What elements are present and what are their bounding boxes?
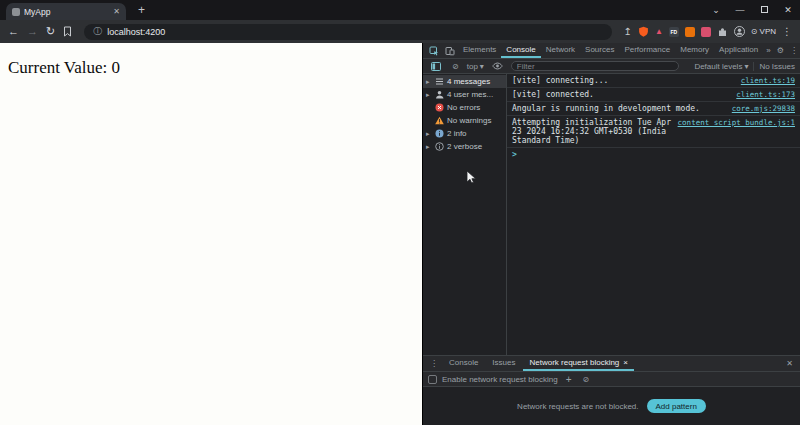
expand-arrow-icon[interactable]: ▸	[426, 130, 432, 138]
console-toolbar: ⊘ top ▾ Default levels ▾ No Issues	[423, 59, 800, 74]
console-message-source-link[interactable]: client.ts:19	[741, 76, 795, 85]
sidebar-item-all-messages[interactable]: ▸ 4 messages	[423, 75, 506, 88]
user-icon	[435, 90, 444, 99]
forward-button[interactable]: →	[27, 26, 38, 37]
no-errors-icon	[435, 103, 444, 112]
toolbar-separator	[753, 62, 754, 71]
devtools-drawer: ⋮ Console Issues Network request blockin…	[423, 355, 800, 425]
console-messages: [vite] connecting... client.ts:19 [vite]…	[507, 74, 800, 355]
console-message-text: [vite] connecting...	[512, 76, 735, 85]
browser-tab[interactable]: MyApp ✕	[6, 3, 126, 20]
drawer-tab-console[interactable]: Console	[443, 356, 484, 371]
brave-rewards-icon[interactable]: ▲	[655, 28, 663, 36]
console-message-row: [vite] connected. client.ts:173	[507, 88, 800, 102]
console-message-source-link[interactable]: client.ts:173	[736, 90, 795, 99]
new-tab-button[interactable]: +	[138, 3, 145, 17]
console-message-text: Angular is running in development mode.	[512, 104, 726, 113]
web-page: Current Value: 0	[0, 43, 422, 425]
tab-console[interactable]: Console	[501, 43, 540, 58]
tab-network[interactable]: Network	[541, 43, 580, 58]
main-area: Current Value: 0 Elements Console Networ…	[0, 43, 800, 425]
drawer-close-icon[interactable]: ✕	[783, 359, 796, 368]
console-message-source-link[interactable]: core.mjs:29838	[732, 104, 795, 113]
inspect-element-icon[interactable]	[426, 46, 442, 56]
sidebar-item-warnings[interactable]: No warnings	[423, 114, 506, 127]
expand-arrow-icon[interactable]: ▸	[426, 78, 432, 86]
window-controls: ⌄ — ✕	[704, 0, 800, 20]
maximize-icon	[761, 6, 768, 13]
info-icon	[435, 129, 444, 138]
back-button[interactable]: ←	[8, 26, 19, 37]
tab-close-icon[interactable]: ✕	[113, 7, 120, 16]
expand-arrow-icon[interactable]: ▸	[426, 143, 432, 151]
tab-elements[interactable]: Elements	[458, 43, 501, 58]
tab-title: MyApp	[24, 7, 109, 17]
vpn-button[interactable]: ⊙ VPN	[751, 27, 776, 36]
add-pattern-icon[interactable]: +	[563, 374, 575, 385]
close-window-button[interactable]: ✕	[776, 5, 800, 15]
address-bar[interactable]: ⓘ localhost:4200	[84, 24, 611, 40]
console-message-text: Attempting initialization Tue Apr 23 202…	[512, 118, 672, 145]
url-text: localhost:4200	[107, 27, 165, 37]
extension-pink-icon[interactable]	[701, 27, 711, 37]
chevron-down-icon: ▾	[480, 62, 484, 71]
context-selector[interactable]: top ▾	[467, 62, 484, 71]
share-icon[interactable]: ↥	[624, 27, 632, 37]
expand-arrow-icon[interactable]: ▸	[426, 91, 432, 99]
sidebar-item-user-messages[interactable]: ▸ 4 user mes...	[423, 88, 506, 101]
tab-application[interactable]: Application	[714, 43, 763, 58]
issues-counter[interactable]: No Issues	[759, 62, 795, 71]
remove-all-patterns-icon[interactable]: ⊘	[579, 375, 592, 384]
messages-icon	[435, 77, 444, 86]
add-pattern-button[interactable]: Add pattern	[647, 399, 706, 413]
profile-icon[interactable]	[734, 26, 745, 37]
drawer-tab-close-icon[interactable]: ×	[623, 358, 628, 367]
maximize-button[interactable]	[752, 5, 776, 15]
empty-state-text: Network requests are not blocked.	[517, 402, 638, 411]
browser-toolbar: ← → ↻ ⓘ localhost:4200 ↥ ▲ FD ⊙ VPN ⋮	[0, 20, 800, 43]
reload-button[interactable]: ↻	[46, 26, 55, 37]
extension-orange-icon[interactable]	[685, 27, 695, 37]
enable-network-request-blocking-checkbox[interactable]	[428, 375, 437, 384]
devtools-menu-icon[interactable]: ⋮	[787, 46, 800, 55]
console-message-source-link[interactable]: content_script_bundle.js:1	[678, 118, 795, 127]
drawer-tab-issues[interactable]: Issues	[486, 356, 521, 371]
extensions-puzzle-icon[interactable]	[717, 26, 728, 37]
console-sidebar-toggle-icon[interactable]	[428, 62, 444, 71]
sidebar-item-info[interactable]: ▸ 2 info	[423, 127, 506, 140]
console-body: ▸ 4 messages ▸ 4 user mes... No errors	[423, 74, 800, 355]
site-info-icon[interactable]: ⓘ	[93, 27, 102, 36]
vpn-label: VPN	[760, 27, 776, 36]
clear-console-icon[interactable]: ⊘	[449, 62, 462, 71]
console-message-row: [vite] connecting... client.ts:19	[507, 74, 800, 88]
drawer-tab-network-request-blocking[interactable]: Network request blocking ×	[523, 356, 634, 371]
drawer-menu-icon[interactable]: ⋮	[427, 359, 441, 368]
tab-sources[interactable]: Sources	[580, 43, 619, 58]
tab-search-button[interactable]: ⌄	[704, 5, 728, 15]
device-toolbar-icon[interactable]	[442, 46, 458, 56]
devtools-settings-icon[interactable]: ⚙	[774, 46, 787, 55]
browser-menu-icon[interactable]: ⋮	[782, 27, 792, 37]
page-content-text: Current Value: 0	[8, 58, 414, 78]
brave-shield-icon[interactable]	[638, 26, 649, 37]
console-message-text: [vite] connected.	[512, 90, 730, 99]
verbose-icon	[435, 142, 444, 151]
bookmark-icon[interactable]	[63, 26, 72, 37]
console-prompt[interactable]: >	[507, 148, 800, 161]
minimize-button[interactable]: —	[728, 5, 752, 15]
tab-memory[interactable]: Memory	[675, 43, 714, 58]
extension-fd-icon[interactable]: FD	[669, 27, 679, 37]
log-levels-dropdown[interactable]: Default levels ▾	[694, 62, 748, 71]
tab-performance[interactable]: Performance	[619, 43, 675, 58]
devtools-tabbar: Elements Console Network Sources Perform…	[423, 43, 800, 59]
drawer-toolbar: Enable network request blocking + ⊘	[423, 372, 800, 387]
enable-network-request-blocking-label: Enable network request blocking	[442, 375, 558, 384]
console-filter-input[interactable]	[511, 61, 679, 71]
more-tabs-icon[interactable]: »	[763, 46, 773, 55]
live-expression-eye-icon[interactable]	[489, 62, 506, 70]
sidebar-item-verbose[interactable]: ▸ 2 verbose	[423, 140, 506, 153]
titlebar: MyApp ✕ + ⌄ — ✕	[0, 0, 800, 20]
console-message-row: Attempting initialization Tue Apr 23 202…	[507, 116, 800, 148]
chevron-down-icon: ▾	[744, 62, 748, 71]
sidebar-item-errors[interactable]: No errors	[423, 101, 506, 114]
